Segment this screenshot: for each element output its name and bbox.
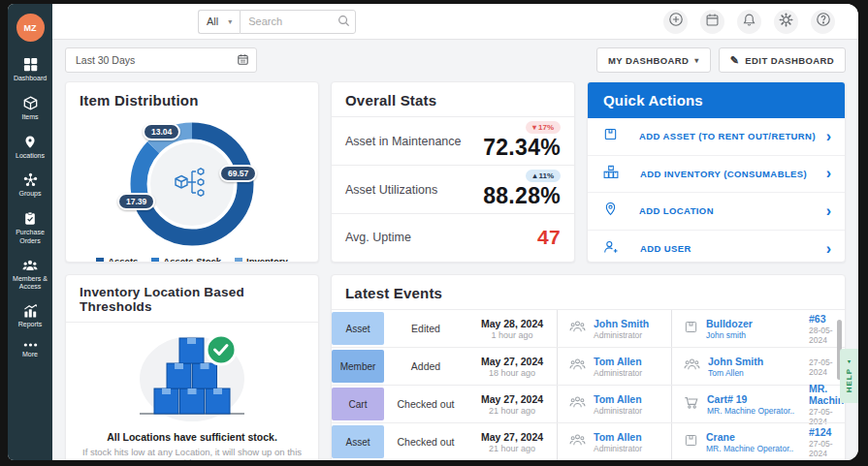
- item-distribution-card: Item Distribution 13.04: [65, 81, 319, 263]
- trend-down-badge: ▾17%: [526, 121, 561, 134]
- edit-dashboard-button[interactable]: ✎ EDIT DASHBOARD: [719, 47, 846, 73]
- stat-row-utilization: Asset Utilizations ▴11% 88.28%: [332, 165, 574, 213]
- date-range-picker[interactable]: [65, 47, 257, 73]
- app-window: MZ Dashboard Items Locations Groups Purc…: [8, 4, 858, 460]
- help-button[interactable]: [811, 10, 835, 34]
- event-user[interactable]: Tom AllenAdministrator: [557, 423, 671, 460]
- more-dots-icon: [23, 342, 38, 348]
- add-button[interactable]: [663, 10, 688, 34]
- sidebar-item-label: Members & Access: [8, 275, 52, 293]
- event-date: May 27, 202421 hour ago: [467, 423, 557, 460]
- sidebar-item-label: Purchase Orders: [8, 229, 52, 246]
- event-action: Checked out: [384, 423, 467, 460]
- avatar-initials: MZ: [24, 23, 37, 33]
- event-date: May 27, 202418 hour ago: [467, 348, 557, 385]
- event-row[interactable]: Asset Checked out May 27, 202421 hour ag…: [332, 422, 845, 460]
- event-item[interactable]: CraneMR. Machine Operator..: [671, 423, 809, 460]
- legend-item-assets: Assets: [96, 256, 138, 263]
- reports-icon: [23, 304, 38, 318]
- cube-icon: [23, 96, 38, 110]
- my-dashboard-label: MY DASHBOARD: [608, 55, 689, 66]
- overall-stats-title: Overall Stats: [332, 82, 574, 116]
- dashboard-icon: [23, 57, 38, 72]
- event-user[interactable]: John SmithAdministrator: [557, 310, 671, 347]
- calendar-icon: [705, 13, 720, 31]
- location-pin-icon: [603, 202, 618, 220]
- quick-action-add-user[interactable]: ADD USER ›: [588, 231, 845, 264]
- help-tab-label: HELP: [845, 368, 853, 392]
- date-range-input[interactable]: [65, 47, 257, 73]
- sidebar-item-members-access[interactable]: Members & Access: [8, 259, 52, 293]
- avatar[interactable]: MZ: [16, 14, 45, 42]
- calendar-button[interactable]: [700, 10, 724, 34]
- sidebar-item-label: Items: [21, 113, 38, 122]
- arrow-down-icon: ▾: [532, 123, 536, 132]
- legend-swatch: [96, 258, 104, 264]
- search-scope-select[interactable]: All ▾: [198, 10, 240, 34]
- event-type-badge: Member: [332, 350, 384, 383]
- top-bar: All ▾: [52, 4, 858, 40]
- package-icon: [603, 127, 618, 145]
- sidebar-item-purchase-orders[interactable]: Purchase Orders: [8, 211, 52, 246]
- item-distribution-donut: 13.04 69.57 17.39: [119, 118, 265, 250]
- group-icon: [684, 357, 700, 375]
- donut-label-assets: 69.57: [219, 165, 257, 182]
- legend-item-inventory: Inventory: [235, 256, 288, 263]
- event-item[interactable]: BulldozerJohn smith: [671, 310, 809, 347]
- chevron-right-icon: ›: [826, 241, 831, 257]
- quick-action-add-location[interactable]: ADD LOCATION ›: [588, 193, 845, 231]
- chevron-right-icon: ›: [826, 203, 831, 219]
- thresholds-subtext: If stock hits low at any Location, it wi…: [76, 447, 308, 460]
- quick-action-label: ADD USER: [640, 243, 691, 254]
- event-row[interactable]: Member Added May 27, 202418 hour ago Tom…: [332, 347, 845, 385]
- my-dashboard-dropdown[interactable]: MY DASHBOARD ▾: [596, 47, 711, 73]
- chevron-down-icon: ▾: [694, 56, 698, 65]
- latest-events-card: Latest Events Asset Edited May 28, 20241…: [331, 274, 846, 460]
- asset-hierarchy-icon: [174, 167, 210, 202]
- event-reference[interactable]: #12427-05-2024: [809, 423, 845, 460]
- event-date: May 27, 202421 hour ago: [467, 386, 557, 422]
- arrow-up-icon: ▴: [532, 171, 536, 180]
- sidebar-item-locations[interactable]: Locations: [8, 135, 52, 161]
- search-scope-value: All: [207, 16, 218, 27]
- sidebar-item-label: Dashboard: [14, 75, 47, 83]
- notifications-button[interactable]: [737, 10, 761, 34]
- sidebar-item-reports[interactable]: Reports: [8, 304, 52, 329]
- event-item[interactable]: John SmithTom Allen: [671, 348, 809, 385]
- stat-row-maintenance: Asset in Maintenance ▾17% 72.34%: [332, 116, 574, 165]
- gear-icon: [779, 13, 793, 31]
- sidebar-item-groups[interactable]: Groups: [8, 172, 52, 199]
- add-user-icon: [603, 239, 619, 258]
- location-pin-icon: [23, 135, 37, 149]
- event-row[interactable]: Cart Checked out May 27, 202421 hour ago…: [332, 385, 845, 422]
- chevron-right-icon: ›: [826, 129, 831, 144]
- main-area: All ▾: [52, 4, 858, 460]
- inventory-stack-icon: [603, 165, 619, 183]
- quick-action-add-asset[interactable]: ADD ASSET (TO RENT OUT/RETURN) ›: [588, 118, 845, 156]
- sidebar-item-items[interactable]: Items: [8, 96, 52, 122]
- settings-button[interactable]: [774, 10, 798, 34]
- sidebar: MZ Dashboard Items Locations Groups Purc…: [8, 4, 52, 460]
- event-action: Added: [384, 348, 467, 385]
- sidebar-item-more[interactable]: More: [8, 342, 52, 359]
- donut-label-assets-stock: 17.39: [117, 193, 155, 210]
- dashboard-content: MY DASHBOARD ▾ ✎ EDIT DASHBOARD Item Dis…: [52, 40, 858, 460]
- help-arrow-icon: ▴: [846, 358, 852, 366]
- edit-dashboard-label: EDIT DASHBOARD: [745, 55, 834, 66]
- stat-row-uptime: Avg. Uptime 47: [332, 213, 574, 260]
- package-icon: [684, 433, 698, 451]
- chevron-right-icon: ›: [826, 166, 831, 181]
- quick-action-label: ADD INVENTORY (CONSUMABLES): [640, 169, 807, 179]
- quick-action-add-inventory[interactable]: ADD INVENTORY (CONSUMABLES) ›: [588, 156, 845, 194]
- event-user[interactable]: Tom AllenAdministrator: [557, 348, 671, 385]
- sidebar-item-label: Locations: [16, 152, 45, 161]
- members-icon: [22, 259, 38, 272]
- event-type-badge: Asset: [332, 312, 384, 345]
- item-distribution-title: Item Distribution: [66, 82, 318, 116]
- sidebar-item-dashboard[interactable]: Dashboard: [8, 57, 52, 83]
- event-user[interactable]: Tom AllenAdministrator: [557, 386, 671, 422]
- event-row[interactable]: Asset Edited May 28, 20241 hour ago John…: [332, 309, 845, 347]
- donut-center-illustration: [150, 142, 234, 226]
- help-tab[interactable]: HELP▴: [840, 349, 858, 403]
- event-item[interactable]: Cart# 19MR. Machine Operator..: [671, 386, 809, 422]
